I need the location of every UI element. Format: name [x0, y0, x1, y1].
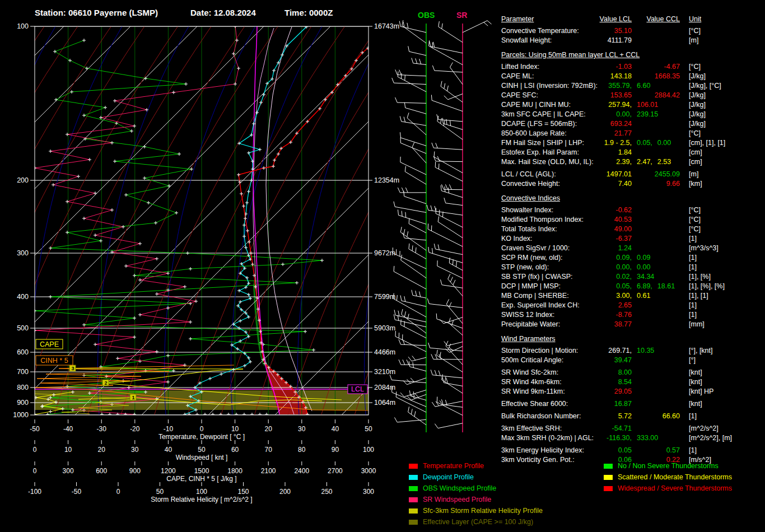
- obs-windspeed-profile: [35, 40, 322, 414]
- value-lcl: 1.9 - 2.5,: [589, 138, 632, 148]
- table-row: SR Wind 9km-11km:29.05[knt] HP: [501, 387, 764, 396]
- axis-tick-label: 20: [265, 425, 273, 433]
- wind-barb-feather: [432, 66, 434, 71]
- wind-barb-feather: [404, 229, 405, 235]
- unit-label: [knt]: [689, 368, 702, 377]
- legend-item: SR Windspeed Profile: [409, 494, 491, 505]
- unit-label: [1], [%]: [689, 272, 711, 282]
- wind-barb-feather: [405, 188, 408, 193]
- table-row: SR Wind Sfc-2km:8.00[knt]: [501, 368, 764, 377]
- axis-tick-label: 1200: [161, 467, 176, 475]
- height-tick-label: 4466m: [374, 348, 395, 356]
- wind-barb: [401, 325, 426, 338]
- value-lcl: 0.05: [589, 446, 632, 455]
- wind-barb-feather: [447, 86, 448, 91]
- table-row: Snowfall Height:4111.79[m]: [501, 36, 764, 45]
- wind-barb: [428, 229, 463, 246]
- cinh-label: CINH * 5: [40, 357, 68, 365]
- wind-barb-feather: [411, 409, 412, 414]
- wind-barb-feather: [395, 69, 398, 74]
- pressure-tick-label: 900: [17, 399, 29, 407]
- value-lcl: 29.05: [589, 387, 632, 396]
- wind-barb-feather: [449, 188, 449, 193]
- unit-label: [1]: [689, 412, 697, 421]
- table-row: Effective Shear 6000:16.87[knt]: [501, 399, 764, 409]
- table-row: CAPE SFC:153.652884.42[J/kg]: [501, 91, 764, 100]
- table-row: MB Comp | SHERBE:3.00,0.61[1], [1]: [501, 291, 764, 301]
- temperature-profile: [239, 48, 368, 414]
- wind-barb-feather: [402, 73, 402, 79]
- wind-barb-feather: [453, 259, 453, 265]
- wind-barb-feather: [414, 393, 418, 397]
- axis-tick-label: 40: [332, 425, 339, 433]
- param-label: MB Comp | SHERBE:: [501, 291, 589, 301]
- value-ccl: 0.57: [632, 446, 680, 455]
- value-lcl: 0.02,: [589, 272, 632, 282]
- param-label: CINH | LSI (Inversion: 792mB):: [501, 81, 589, 91]
- legend-label: Temperature Profile: [423, 462, 484, 470]
- value-lcl: 693.24: [589, 119, 632, 129]
- legend-swatch: [409, 475, 418, 480]
- table-row: SB STP (fix) | CWASP:0.02,34.34[1], [%]: [501, 272, 764, 282]
- value-lcl: 0.00,: [589, 263, 632, 272]
- wind-barb: [408, 412, 426, 425]
- wind-barb-feather: [392, 78, 394, 83]
- wind-barb: [439, 27, 463, 43]
- table-row: DCAPE (LFS = 506mB):693.24[J/kg]: [501, 119, 764, 129]
- dry-adiabat: [421, 26, 498, 415]
- param-label: Estofex Exp. Hail Param:: [501, 148, 589, 157]
- unit-label: [°C]: [689, 62, 701, 72]
- axis-tick-label: 900: [129, 467, 141, 475]
- table-row: Convective Temperature:35.10[°C]: [501, 26, 764, 36]
- wind-barb: [429, 253, 463, 263]
- legend-item: Effective Layer (CAPE >= 100 J/kg): [409, 516, 533, 528]
- unit-label: [km]: [689, 179, 702, 189]
- wind-barb-feather: [408, 46, 409, 52]
- value-lcl: 2.65: [589, 301, 632, 310]
- skewt-chart: 32110016743m20012354m3009672m4007599m500…: [0, 0, 498, 532]
- wind-barb-feather: [439, 164, 439, 169]
- unit-label: [J/kg]: [689, 100, 706, 110]
- wind-barb-feather: [439, 21, 440, 27]
- value-ccl: 0.00: [632, 263, 680, 272]
- wind-barb-feather: [407, 360, 409, 365]
- value-ccl: 239.15: [632, 110, 680, 119]
- value-ccl: 6.60: [632, 81, 680, 91]
- axis-tick-label: 40: [165, 446, 172, 454]
- moist-adiabat: [364, 26, 455, 415]
- param-label: 500m Critical Angle:: [501, 356, 589, 365]
- height-tick-label: 5903m: [374, 324, 395, 332]
- unit-label: [1]: [689, 263, 697, 272]
- table-row: CAPE MU | CINH MU:257.94,106.01[J/kg]: [501, 100, 764, 110]
- wind-barb-feather: [449, 318, 450, 323]
- param-label: CAPE ML:: [501, 72, 589, 81]
- wind-barb-feather: [398, 209, 399, 215]
- value-ccl: 2455.09: [632, 170, 680, 179]
- axis-tick-label: 20: [98, 446, 106, 454]
- value-lcl: 7.40: [589, 179, 632, 189]
- value-lcl: 143.18: [589, 72, 632, 81]
- value-lcl: 3.00,: [589, 291, 632, 301]
- wind-barb: [437, 266, 463, 278]
- wind-barb: [395, 207, 426, 212]
- unit-label: [knt]: [689, 399, 702, 409]
- wind-barb-feather: [404, 321, 405, 327]
- unit-label: [J/kg]: [689, 110, 706, 119]
- value-ccl: 106.01: [632, 100, 680, 110]
- legend-swatch: [604, 464, 613, 469]
- dry-adiabat: [87, 26, 278, 415]
- wind-barb: [402, 26, 426, 43]
- axis-tick-label: 2700: [328, 467, 343, 475]
- wind-barb: [428, 210, 463, 215]
- km-marker-label: 3: [71, 366, 74, 371]
- table-row: Estofex Exp. Hail Param:1.84[cm]: [501, 148, 764, 157]
- value-lcl: 355.79,: [589, 81, 632, 91]
- legend-item: Widespread / Severe Thunderstorms: [604, 483, 732, 494]
- wind-barb-feather: [431, 354, 433, 359]
- wind-barb: [441, 86, 463, 102]
- value-lcl: 38.77: [589, 320, 632, 329]
- axis-tick-label: 1800: [227, 467, 242, 475]
- param-label: Effective Shear 6000:: [501, 399, 589, 409]
- wind-barb: [400, 162, 426, 175]
- wind-barb-feather: [399, 70, 402, 75]
